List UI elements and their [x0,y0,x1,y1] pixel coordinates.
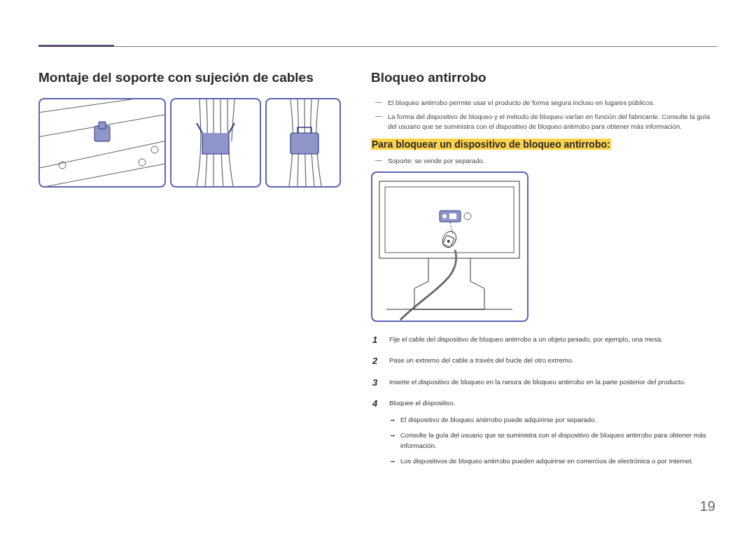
cable-holder-illustrations [38,98,346,188]
header-accent [38,45,114,47]
steps-list: Fije el cable del dispositivo de bloqueo… [371,335,718,466]
illustration-3 [265,98,341,188]
svg-point-18 [442,214,447,218]
left-section-title: Montaje del soporte con sujeción de cabl… [38,70,346,85]
bullet-1: El dispositivo de bloqueo antirrobo pued… [389,415,718,425]
step-1: Fije el cable del dispositivo de bloqueo… [371,335,718,344]
note-1: El bloqueo antirrobo permite usar el pro… [371,98,718,108]
illustration-1 [38,98,166,188]
page-content: Montaje del soporte con sujeción de cabl… [38,70,718,477]
step-4: Bloquee el dispositivo. El dispositivo d… [371,398,718,466]
svg-rect-9 [99,122,106,129]
sub-heading: Para bloquear un dispositivo de bloqueo … [371,139,611,150]
bullet-3: Los dispositivos de bloqueo antirrobo pu… [389,456,718,466]
support-note: Soporte: se vende por separado. [371,156,718,166]
step-4-text: Bloquee el dispositivo. [389,399,456,407]
right-section-title: Bloqueo antirrobo [371,70,718,85]
page-number: 19 [700,498,715,514]
svg-rect-12 [290,133,318,154]
header-rule [38,46,718,47]
svg-rect-19 [449,213,456,219]
illus1-svg [40,99,164,186]
bullet-2: Consulte la guía del usuario que se sumi… [389,430,718,451]
sub-heading-wrap: Para bloquear un dispositivo de bloqueo … [371,138,718,150]
lock-svg [372,173,527,321]
illus2-svg [172,99,260,186]
note-2: La forma del dispositivo de bloqueo y el… [371,112,718,132]
left-column: Montaje del soporte con sujeción de cabl… [38,70,371,477]
step-2: Pase un extremo del cable a través del b… [371,356,718,365]
step-3: Inserte el dispositivo de bloqueo en la … [371,377,718,387]
step-4-bullets: El dispositivo de bloqueo antirrobo pued… [389,415,718,466]
illus3-svg [267,99,340,186]
lock-illustration [371,171,718,322]
illustration-2 [170,98,261,188]
right-column: Bloqueo antirrobo El bloqueo antirrobo p… [371,70,718,477]
svg-rect-0 [43,102,162,183]
